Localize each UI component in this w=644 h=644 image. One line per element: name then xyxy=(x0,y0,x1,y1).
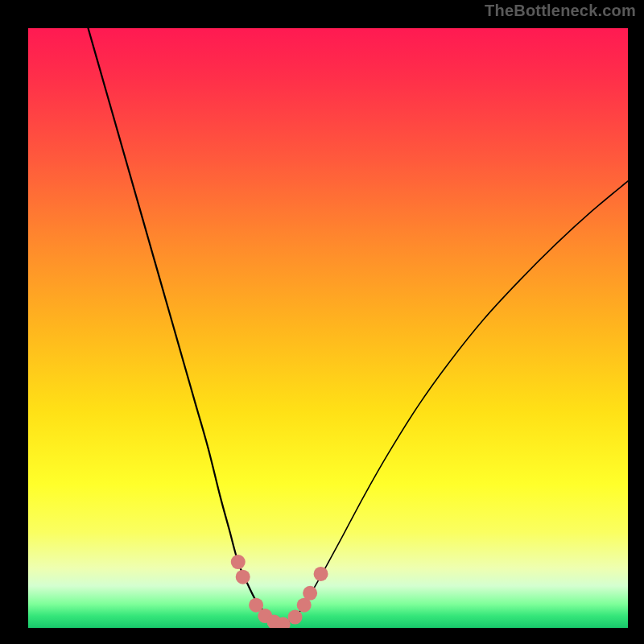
chart-svg xyxy=(28,28,628,628)
marker-point xyxy=(236,570,250,584)
chart-frame: TheBottleneck.com xyxy=(0,0,644,644)
watermark-text: TheBottleneck.com xyxy=(485,2,636,20)
curve-right-branch xyxy=(283,181,628,625)
marker-point xyxy=(288,610,303,625)
plot-area xyxy=(28,28,628,628)
marker-point xyxy=(303,586,317,601)
marker-point xyxy=(231,555,246,569)
curve-markers xyxy=(231,555,328,628)
marker-point xyxy=(314,567,328,581)
curve-left-branch xyxy=(89,28,283,625)
